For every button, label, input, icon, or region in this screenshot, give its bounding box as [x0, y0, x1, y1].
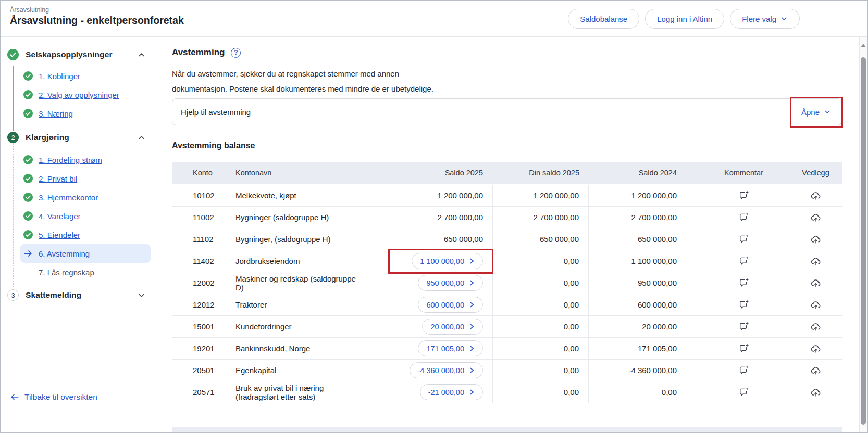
cell-saldo-2024: 650 000,00: [589, 228, 698, 250]
sidebar-item-label: 3. Hjemmekontor: [39, 193, 98, 202]
sidebar-item-fordeling-strom[interactable]: 1. Fordeling strøm: [20, 150, 151, 169]
add-comment-button[interactable]: [737, 298, 750, 311]
cloud-upload-icon: [810, 234, 822, 245]
saldo-2025-pill-button[interactable]: 600 000,00: [418, 297, 483, 313]
open-help-button[interactable]: Åpne: [801, 108, 831, 117]
upload-attachment-button[interactable]: [809, 342, 823, 355]
cell-vedlegg: [789, 250, 842, 272]
cell-konto: 19201: [172, 338, 235, 359]
sidebar-item-avstemming-active[interactable]: 6. Avstemming: [20, 244, 151, 263]
sidebar-item-koblinger[interactable]: 1. Koblinger: [20, 67, 151, 85]
cell-saldo-2024: 950 000,00: [589, 272, 698, 294]
upload-attachment-button[interactable]: [809, 233, 823, 246]
saldo-2025-pill-button[interactable]: 1 100 000,00: [412, 253, 483, 269]
sidebar-item-label: 7. Lås regnskap: [39, 268, 94, 277]
saldo-2025-pill-button[interactable]: -4 360 000,00: [410, 362, 483, 378]
saldo-2025-pill-button[interactable]: -21 000,00: [420, 384, 483, 400]
cell-saldo-2025: 2 700 000,00: [365, 207, 492, 228]
sidebar-item-valg-av-opplysninger[interactable]: 2. Valg av opplysninger: [20, 85, 151, 104]
cell-din-saldo-2025: 0,00: [492, 338, 589, 359]
cloud-upload-icon: [810, 212, 822, 223]
chevron-up-icon[interactable]: [138, 51, 145, 59]
sidebar-item-las-regnskap: 7. Lås regnskap: [20, 263, 151, 282]
upload-attachment-button[interactable]: [809, 189, 823, 202]
cell-kontonavn: Melkekvote, kjøpt: [235, 185, 365, 206]
upload-attachment-button[interactable]: [809, 386, 823, 399]
cell-konto: 11002: [172, 207, 235, 228]
page-section-heading: Avstemming: [172, 47, 225, 58]
logg-inn-altinn-button[interactable]: Logg inn i Altinn: [645, 9, 724, 29]
cell-saldo-2024: 0,00: [589, 381, 698, 403]
cell-saldo-2025: 20 000,00: [365, 316, 492, 337]
add-comment-button[interactable]: [737, 320, 750, 333]
upload-attachment-button[interactable]: [809, 320, 823, 334]
add-comment-button[interactable]: [737, 276, 750, 289]
table-row: 15001 Kundefordringer 20 000,00 0,00 20 …: [172, 316, 842, 338]
open-help-button-label: Åpne: [801, 108, 820, 117]
table-row: 11002 Bygninger (saldogruppe H) 2 700 00…: [172, 207, 842, 228]
topbar-actions: Saldobalanse Logg inn i Altinn Flere val…: [568, 9, 800, 29]
saldobalanse-button[interactable]: Saldobalanse: [568, 9, 639, 29]
upload-attachment-button[interactable]: [809, 211, 823, 224]
cell-saldo-2025: 950 000,00: [365, 272, 492, 294]
add-comment-button[interactable]: [737, 189, 750, 202]
saldo-2025-pill-button[interactable]: 20 000,00: [422, 319, 483, 335]
step-number-badge: 2: [7, 132, 19, 143]
cell-din-saldo-2025: 650 000,00: [492, 228, 589, 250]
sidebar-item-label: 2. Privat bil: [39, 174, 77, 183]
sidebar-section-klargjoring[interactable]: 2 Klargjøring: [1, 127, 155, 148]
upload-attachment-button[interactable]: [809, 298, 823, 312]
cell-vedlegg: [789, 338, 842, 359]
upload-attachment-button[interactable]: [809, 254, 823, 268]
help-accordion[interactable]: Hjelp til avstemming Åpne: [172, 98, 842, 125]
sidebar-section-skattemelding[interactable]: 3 Skattemelding: [1, 285, 155, 305]
cell-kommentar: [698, 381, 789, 403]
sidebar-item-privat-bil[interactable]: 2. Privat bil: [20, 169, 151, 188]
saldo-2025-pill-button[interactable]: 950 000,00: [418, 275, 483, 291]
sidebar-item-varelager[interactable]: 4. Varelager: [20, 207, 151, 225]
cell-din-saldo-2025: 0,00: [492, 272, 589, 294]
section-items: 1. Fordeling strøm 2. Privat bil 3. Hjem…: [1, 150, 155, 282]
saldo-2025-pill-value: -21 000,00: [428, 388, 464, 397]
add-comment-icon: [738, 190, 749, 201]
back-to-overview-link[interactable]: Tilbake til oversikten: [10, 392, 97, 402]
table-body: 10102 Melkekvote, kjøpt 1 200 000,00 1 2…: [172, 185, 842, 403]
check-circle-icon: [23, 174, 33, 183]
chevron-down-icon[interactable]: [138, 291, 145, 299]
saldo-2025-pill-button[interactable]: 171 005,00: [418, 340, 483, 356]
cell-kontonavn: Egenkapital: [235, 360, 365, 381]
check-circle-icon: [23, 109, 33, 118]
scrollbar-thumb[interactable]: [861, 57, 866, 425]
saldo-2025-pill-value: 171 005,00: [426, 345, 464, 353]
add-comment-icon: [738, 256, 749, 266]
add-comment-button[interactable]: [737, 386, 750, 399]
chevron-up-icon[interactable]: [138, 134, 145, 142]
cell-vedlegg: [789, 207, 842, 228]
add-comment-button[interactable]: [737, 233, 750, 246]
flere-valg-button[interactable]: Flere valg: [730, 9, 800, 29]
add-comment-button[interactable]: [737, 342, 750, 355]
add-comment-button[interactable]: [737, 364, 750, 377]
sidebar-item-hjemmekontor[interactable]: 3. Hjemmekontor: [20, 188, 151, 207]
cell-kommentar: [698, 228, 789, 250]
sidebar-section-selskapsopplysninger[interactable]: Selskapsopplysninger: [1, 44, 155, 65]
help-icon[interactable]: ?: [231, 48, 241, 58]
cell-din-saldo-2025: 0,00: [492, 294, 589, 315]
upload-attachment-button[interactable]: [809, 364, 823, 377]
vertical-scrollbar[interactable]: [859, 37, 867, 432]
upload-attachment-button[interactable]: [809, 276, 823, 290]
add-comment-icon: [738, 343, 749, 354]
add-comment-button[interactable]: [737, 211, 750, 224]
cell-konto: 12002: [172, 272, 235, 294]
check-circle-icon: [23, 230, 33, 239]
cell-kommentar: [698, 360, 789, 381]
step-number-badge: 3: [7, 289, 19, 301]
add-comment-button[interactable]: [737, 254, 750, 268]
scroll-up-button[interactable]: [861, 44, 866, 47]
saldo-2025-pill-value: 20 000,00: [430, 323, 464, 331]
description-line: dokumentasjon. Postene skal dokumenteres…: [172, 81, 867, 96]
cell-vedlegg: [789, 272, 842, 294]
sidebar-item-eiendeler[interactable]: 5. Eiendeler: [20, 225, 151, 244]
cell-din-saldo-2025: 0,00: [492, 316, 589, 337]
sidebar-item-naering[interactable]: 3. Næring: [20, 104, 151, 123]
